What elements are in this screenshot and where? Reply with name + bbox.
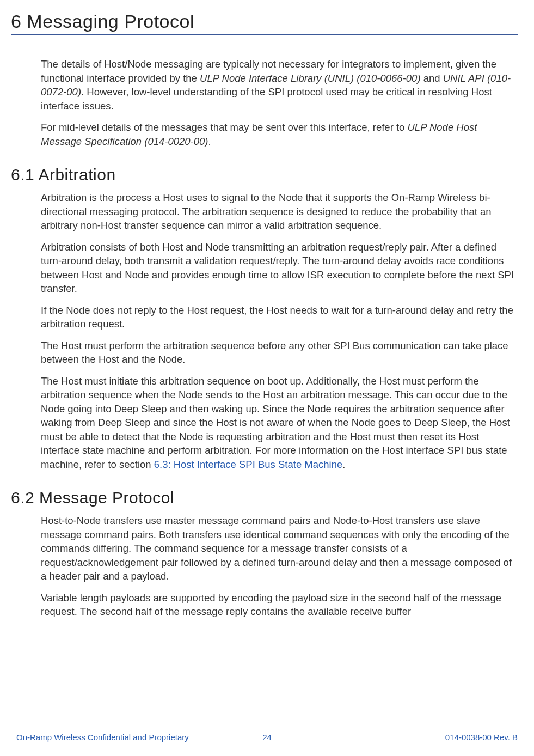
paragraph: Arbitration is the process a Host uses t… [41,191,515,233]
text-span: The Host must initiate this arbitration … [41,375,510,470]
footer-page-number: 24 [262,733,272,742]
text-span: . [208,136,211,147]
text-span: . However, low-level understanding of th… [41,86,492,112]
text-span: . [342,459,345,470]
paragraph: Arbitration consists of both Host and No… [41,240,515,296]
paragraph: Host-to-Node transfers use master messag… [41,514,515,583]
paragraph: The Host must initiate this arbitration … [41,374,515,472]
intro-block: The details of Host/Node messaging are t… [41,57,515,148]
intro-paragraph-1: The details of Host/Node messaging are t… [41,57,515,113]
footer-doc-id: 014-0038-00 Rev. B [445,733,518,742]
section-6-2-title: 6.2 Message Protocol [11,489,518,507]
text-span: and [421,72,443,84]
italic-reference: ULP Node Interface Library (UNIL) (010-0… [200,72,420,84]
chapter-title: 6 Messaging Protocol [11,11,518,35]
paragraph: If the Node does not reply to the Host r… [41,303,515,331]
page-footer: On-Ramp Wireless Confidential and Propri… [16,733,518,742]
footer-confidential: On-Ramp Wireless Confidential and Propri… [16,733,189,742]
section-6-1-body: Arbitration is the process a Host uses t… [41,191,515,471]
text-span: For mid-level details of the messages th… [41,121,408,133]
intro-paragraph-2: For mid-level details of the messages th… [41,120,515,148]
section-6-1-title: 6.1 Arbitration [11,166,518,184]
section-6-2-body: Host-to-Node transfers use master messag… [41,514,515,619]
cross-reference-link[interactable]: 6.3: Host Interface SPI Bus State Machin… [154,459,343,470]
paragraph: Variable length payloads are supported b… [41,591,515,619]
paragraph: The Host must perform the arbitration se… [41,339,515,367]
